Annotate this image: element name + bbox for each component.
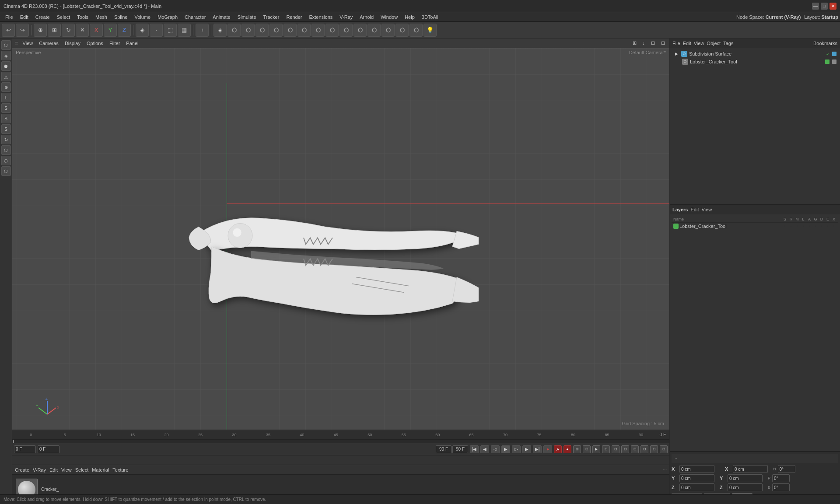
coord-p-input[interactable]	[772, 474, 790, 482]
viewport-menu-icon[interactable]: ≡	[15, 40, 18, 46]
sidebar-btn-10[interactable]: ↻	[1, 135, 11, 144]
coord-y-pos-input[interactable]	[679, 474, 714, 482]
next-keyframe-button[interactable]: ▷	[512, 445, 521, 453]
display-menu-btn[interactable]: Display	[63, 41, 82, 46]
scale-tool-button[interactable]: ⊞	[48, 24, 61, 37]
viewport-icon-1[interactable]: ⊞	[631, 40, 638, 46]
layer-icon-d[interactable]: ·	[819, 224, 824, 229]
play-button[interactable]: ▶	[501, 445, 510, 453]
menu-extensions[interactable]: Extensions	[305, 14, 336, 21]
coord-y-size-input[interactable]	[728, 474, 763, 482]
xyz-x-button[interactable]: X	[90, 24, 103, 37]
current-frame-input[interactable]	[38, 445, 60, 453]
render-btn13[interactable]: ⬡	[382, 24, 395, 37]
render-btn16[interactable]: 💡	[424, 24, 437, 37]
menu-edit[interactable]: Edit	[17, 14, 32, 21]
timeline-bar[interactable]	[12, 440, 669, 443]
mat-view-btn[interactable]: View	[61, 467, 72, 472]
sidebar-btn-7[interactable]: S	[1, 103, 11, 113]
op-tags-btn[interactable]: Tags	[723, 41, 733, 46]
menu-animate[interactable]: Animate	[209, 14, 234, 21]
layer-icon-m[interactable]: ·	[794, 224, 800, 229]
max-frame-input-2[interactable]	[452, 445, 468, 453]
close-button[interactable]: ✕	[830, 3, 836, 10]
rotate-tool-button[interactable]: ↻	[62, 24, 75, 37]
move-tool-button[interactable]: ⊕	[34, 24, 47, 37]
go-end-button[interactable]: ▶|	[533, 445, 542, 453]
viewport[interactable]: Perspective Default Camera:*	[12, 48, 669, 430]
sidebar-btn-12[interactable]: ⬡	[1, 156, 11, 165]
render-btn11[interactable]: ⬡	[354, 24, 367, 37]
render-btn6[interactable]: ⬡	[284, 24, 297, 37]
cameras-menu-btn[interactable]: Cameras	[37, 41, 60, 46]
anim-btn-8[interactable]: ⊡	[640, 445, 648, 453]
coord-x-pos-input[interactable]	[679, 465, 714, 473]
anim-btn-2[interactable]: ⊞	[583, 445, 591, 453]
point-mode-button[interactable]: ·	[150, 24, 163, 37]
layer-icon-g[interactable]: ·	[813, 224, 818, 229]
tree-item-lobster[interactable]: ⬡ Lobster_Cracker_Tool	[672, 58, 838, 66]
render-btn8[interactable]: ⬡	[312, 24, 325, 37]
op-edit-btn[interactable]: Edit	[683, 41, 691, 46]
sidebar-btn-3[interactable]: ⬟	[1, 61, 11, 71]
layer-icon-l[interactable]: ·	[801, 224, 806, 229]
mat-texture-btn[interactable]: Texture	[112, 467, 128, 472]
render-btn12[interactable]: ⬡	[368, 24, 381, 37]
max-frame-input-1[interactable]	[436, 445, 452, 453]
minimize-button[interactable]: —	[812, 3, 819, 10]
render-btn15[interactable]: ⬡	[410, 24, 423, 37]
menu-tracker[interactable]: Tracker	[260, 14, 283, 21]
view-menu-btn[interactable]: View	[21, 41, 35, 46]
anim-record-button[interactable]: ●	[564, 445, 571, 453]
redo-button[interactable]: ↪	[16, 24, 29, 37]
viewport-icon-4[interactable]: ⊡	[659, 40, 667, 46]
sidebar-btn-4[interactable]: △	[1, 72, 11, 81]
op-view-btn[interactable]: View	[694, 41, 704, 46]
menu-window[interactable]: Window	[377, 14, 401, 21]
render-btn1[interactable]: ◈	[214, 24, 227, 37]
menu-render[interactable]: Render	[283, 14, 305, 21]
sidebar-btn-11[interactable]: ⬡	[1, 145, 11, 155]
mat-edit-btn[interactable]: Edit	[49, 467, 58, 472]
xyz-y-button[interactable]: Y	[104, 24, 117, 37]
anim-btn-1[interactable]: ⊞	[573, 445, 581, 453]
sidebar-btn-2[interactable]: ◈	[1, 51, 11, 60]
filter-menu-btn[interactable]: Filter	[108, 41, 122, 46]
layer-icon-e[interactable]: ·	[825, 224, 830, 229]
menu-spline[interactable]: Spline	[111, 14, 131, 21]
layer-icon-s[interactable]: ·	[782, 224, 788, 229]
layers-view-btn[interactable]: View	[701, 207, 712, 212]
xyz-z-button[interactable]: Z	[118, 24, 131, 37]
sidebar-btn-5[interactable]: ⊕	[1, 82, 11, 92]
menu-character[interactable]: Character	[181, 14, 209, 21]
menu-3dtoall[interactable]: 3DToAll	[418, 14, 442, 21]
transform-tool-button[interactable]: ✕	[76, 24, 89, 37]
op-bookmarks-btn[interactable]: Bookmarks	[813, 41, 837, 46]
op-file-btn[interactable]: File	[672, 41, 680, 46]
auto-key-button[interactable]: A	[554, 445, 562, 453]
undo-button[interactable]: ↩	[2, 24, 15, 37]
menu-simulate[interactable]: Simulate	[234, 14, 260, 21]
menu-volume[interactable]: Volume	[131, 14, 154, 21]
go-start-button[interactable]: |◀	[470, 445, 479, 453]
sidebar-btn-13[interactable]: ⬡	[1, 166, 11, 176]
options-menu-btn[interactable]: Options	[85, 41, 105, 46]
menu-mesh[interactable]: Mesh	[92, 14, 111, 21]
layer-icon-a[interactable]: ·	[807, 224, 812, 229]
menu-select[interactable]: Select	[53, 14, 74, 21]
anim-btn-9[interactable]: ⊡	[650, 445, 658, 453]
step-forward-button[interactable]: ▶	[522, 445, 531, 453]
menu-file[interactable]: File	[2, 14, 17, 21]
coord-b-input[interactable]	[772, 483, 790, 491]
sidebar-btn-6[interactable]: L	[1, 93, 11, 102]
menu-create[interactable]: Create	[32, 14, 53, 21]
start-frame-input[interactable]	[14, 445, 36, 453]
add-button[interactable]: +	[196, 24, 209, 37]
layers-row-lobster[interactable]: Lobster_Cracker_Tool · · · · · · · · ·	[672, 223, 838, 230]
mat-create-btn[interactable]: Create	[15, 467, 29, 472]
render-btn7[interactable]: ⬡	[298, 24, 311, 37]
step-back-button[interactable]: ◀	[480, 445, 489, 453]
layer-icon-x[interactable]: ·	[831, 224, 836, 229]
anim-btn-7[interactable]: ⊡	[631, 445, 639, 453]
edge-mode-button[interactable]: ⬚	[164, 24, 177, 37]
